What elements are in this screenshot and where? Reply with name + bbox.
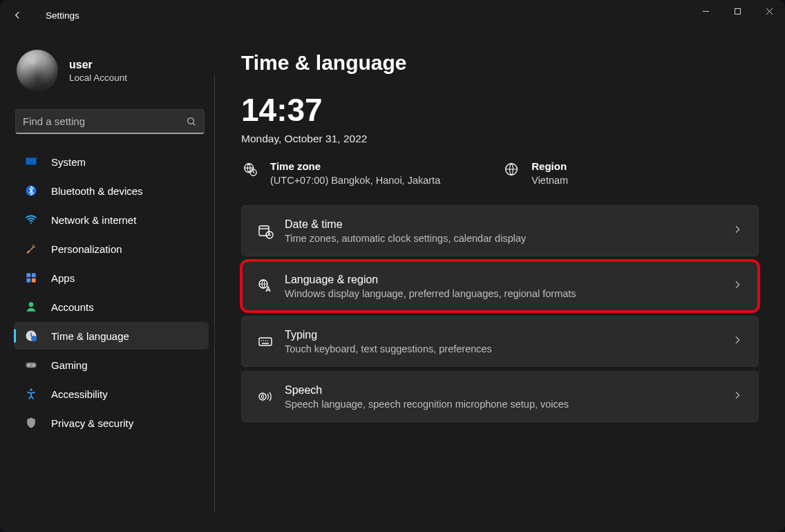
region-value: Vietnam <box>531 175 568 186</box>
svg-rect-0 <box>735 8 740 14</box>
card-typing[interactable]: Typing Touch keyboard, text suggestions,… <box>241 316 759 367</box>
paintbrush-icon <box>23 241 39 256</box>
card-title: Typing <box>285 329 732 341</box>
window-controls <box>690 0 785 22</box>
sidebar: user Local Account System Bluetooth & de… <box>0 30 214 532</box>
avatar <box>17 50 58 91</box>
search-icon <box>186 116 197 127</box>
svg-point-15 <box>28 364 30 365</box>
svg-rect-14 <box>26 363 37 368</box>
sidebar-item-label: Accounts <box>51 301 94 313</box>
titlebar: Settings <box>0 0 785 30</box>
sidebar-item-label: Time & language <box>51 330 129 342</box>
card-title: Speech <box>285 384 732 397</box>
card-subtitle: Windows display language, preferred lang… <box>285 288 732 299</box>
sidebar-item-label: Apps <box>51 272 75 284</box>
search-input[interactable] <box>23 115 186 127</box>
page-title: Time & language <box>241 51 759 75</box>
chevron-right-icon <box>732 390 743 403</box>
svg-rect-9 <box>32 278 36 283</box>
account-block[interactable]: user Local Account <box>14 37 209 97</box>
calendar-clock-icon <box>257 222 285 239</box>
bluetooth-icon <box>23 183 39 198</box>
sidebar-item-label: Privacy & security <box>51 417 133 429</box>
card-subtitle: Speech language, speech recognition micr… <box>285 399 732 410</box>
sidebar-item-bluetooth[interactable]: Bluetooth & devices <box>14 177 209 205</box>
sidebar-item-label: Bluetooth & devices <box>51 185 143 197</box>
svg-rect-24 <box>259 338 272 345</box>
sidebar-item-gaming[interactable]: Gaming <box>14 351 209 379</box>
language-icon <box>257 278 285 294</box>
svg-point-5 <box>30 222 32 224</box>
sidebar-item-label: System <box>51 156 86 168</box>
sidebar-item-privacy[interactable]: Privacy & security <box>14 409 209 437</box>
svg-point-10 <box>29 302 34 307</box>
region-title: Region <box>531 160 568 172</box>
sidebar-item-network[interactable]: Network & internet <box>14 206 209 234</box>
svg-rect-6 <box>26 273 30 277</box>
keyboard-icon <box>257 333 285 350</box>
main: Time & language 14:37 Monday, October 31… <box>215 30 785 532</box>
minimize-button[interactable] <box>690 0 721 22</box>
card-language-region[interactable]: Language & region Windows display langua… <box>241 260 759 312</box>
card-subtitle: Touch keyboard, text suggestions, prefer… <box>285 343 732 354</box>
back-button[interactable] <box>12 10 33 21</box>
arrow-left-icon <box>12 10 23 21</box>
sidebar-item-time-language[interactable]: Time & language <box>14 322 209 350</box>
sidebar-item-label: Personalization <box>51 243 122 255</box>
sidebar-item-system[interactable]: System <box>14 148 209 175</box>
svg-rect-8 <box>26 278 30 283</box>
chevron-right-icon <box>732 334 743 348</box>
cards: Date & time Time zones, automatic clock … <box>241 205 759 422</box>
nav: System Bluetooth & devices Network & int… <box>14 148 209 437</box>
close-icon <box>766 8 773 15</box>
shield-icon <box>23 415 39 430</box>
apps-icon <box>23 270 39 285</box>
card-date-time[interactable]: Date & time Time zones, automatic clock … <box>241 205 759 256</box>
person-icon <box>23 299 39 314</box>
info-row: Time zone (UTC+07:00) Bangkok, Hanoi, Ja… <box>241 160 759 186</box>
wifi-icon <box>23 212 39 227</box>
card-subtitle: Time zones, automatic clock settings, ca… <box>285 233 732 244</box>
svg-rect-2 <box>26 158 37 164</box>
maximize-icon <box>734 8 741 15</box>
region-info[interactable]: Region Vietnam <box>502 160 568 186</box>
svg-point-1 <box>188 117 194 124</box>
timezone-title: Time zone <box>270 160 440 172</box>
sidebar-item-accounts[interactable]: Accounts <box>14 293 209 321</box>
sidebar-item-accessibility[interactable]: Accessibility <box>14 380 209 408</box>
timezone-info[interactable]: Time zone (UTC+07:00) Bangkok, Hanoi, Ja… <box>241 160 440 186</box>
svg-rect-21 <box>259 226 269 236</box>
minimize-icon <box>702 8 710 15</box>
sidebar-item-label: Network & internet <box>51 214 136 226</box>
sidebar-item-label: Accessibility <box>51 388 108 400</box>
sidebar-item-label: Gaming <box>51 359 88 371</box>
account-subtitle: Local Account <box>69 73 127 83</box>
card-speech[interactable]: Speech Speech language, speech recogniti… <box>241 371 759 422</box>
account-text: user Local Account <box>69 59 127 83</box>
clock: 14:37 <box>241 94 759 126</box>
speech-icon <box>257 388 285 405</box>
sidebar-item-apps[interactable]: Apps <box>14 264 209 292</box>
svg-rect-7 <box>32 273 36 277</box>
search-box[interactable] <box>15 109 205 134</box>
svg-point-25 <box>259 393 266 400</box>
titlebar-title: Settings <box>46 10 79 21</box>
maximize-button[interactable] <box>721 0 753 22</box>
svg-point-13 <box>31 336 37 341</box>
clock-globe-icon <box>23 328 39 343</box>
settings-window: { "titlebar": { "title": "Settings" }, "… <box>0 0 785 532</box>
display-icon <box>23 154 39 169</box>
account-name: user <box>69 59 127 71</box>
card-title: Date & time <box>285 218 732 231</box>
svg-point-16 <box>32 364 34 365</box>
body: user Local Account System Bluetooth & de… <box>0 30 785 532</box>
close-button[interactable] <box>753 0 785 22</box>
gamepad-icon <box>23 357 39 372</box>
sidebar-item-personalization[interactable]: Personalization <box>14 235 209 263</box>
accessibility-icon <box>23 386 39 401</box>
globe-icon <box>502 160 520 177</box>
chevron-right-icon <box>732 224 743 238</box>
card-title: Language & region <box>285 274 732 286</box>
timezone-value: (UTC+07:00) Bangkok, Hanoi, Jakarta <box>270 175 440 186</box>
